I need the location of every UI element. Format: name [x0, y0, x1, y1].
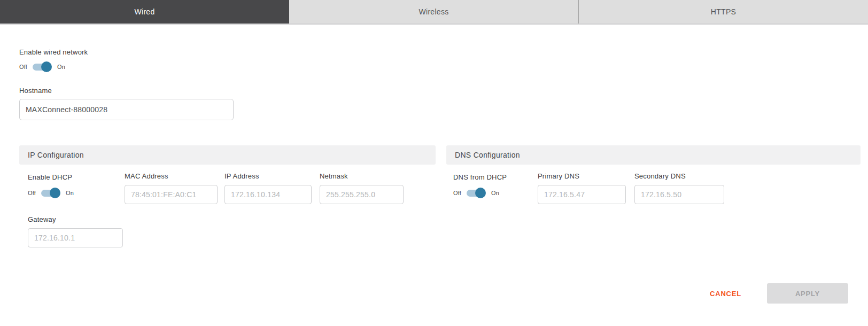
toggle-off-label: Off [453, 190, 461, 196]
mac-address-label: MAC Address [125, 172, 218, 180]
toggle-off-label: Off [19, 64, 27, 70]
toggle-on-label: On [66, 190, 74, 196]
dns-configuration-section: DNS Configuration DNS from DHCP Off On P… [446, 145, 861, 220]
tab-wired[interactable]: Wired [0, 0, 289, 24]
dns-from-dhcp-label: DNS from DHCP [453, 173, 536, 181]
gateway-input[interactable] [28, 228, 123, 247]
enable-dhcp-toggle[interactable] [41, 190, 58, 197]
mac-address-input[interactable] [125, 185, 218, 204]
tab-https[interactable]: HTTPS [578, 0, 868, 24]
primary-dns-label: Primary DNS [538, 172, 626, 180]
enable-wired-toggle-row: Off On [19, 61, 65, 72]
enable-dhcp-toggle-row: Off On [28, 188, 119, 198]
ip-address-label: IP Address [224, 172, 312, 180]
toggle-knob-icon [41, 61, 52, 72]
tab-bar: Wired Wireless HTTPS [0, 0, 868, 25]
primary-dns-group: Primary DNS [538, 172, 626, 204]
secondary-dns-input[interactable] [634, 185, 724, 204]
toggle-knob-icon [50, 188, 60, 198]
dns-from-dhcp-toggle[interactable] [467, 190, 484, 197]
ip-configuration-section: IP Configuration Enable DHCP Off On MAC … [19, 145, 436, 252]
netmask-input[interactable] [320, 185, 404, 204]
ip-address-input[interactable] [224, 185, 312, 204]
gateway-label: Gateway [28, 215, 123, 223]
primary-dns-input[interactable] [538, 185, 626, 204]
gateway-group: Gateway [28, 215, 123, 247]
dns-from-dhcp-group: DNS from DHCP Off On [453, 173, 536, 198]
dns-from-dhcp-toggle-row: Off On [453, 188, 536, 198]
dns-configuration-header: DNS Configuration [446, 145, 861, 165]
toggle-on-label: On [491, 190, 499, 196]
netmask-group: Netmask [320, 172, 404, 204]
cancel-button[interactable]: CANCEL [710, 290, 741, 298]
form-actions: CANCEL APPLY [710, 283, 848, 304]
hostname-label: Hostname [19, 87, 52, 95]
toggle-knob-icon [475, 188, 486, 198]
tab-wireless[interactable]: Wireless [289, 0, 578, 24]
ip-configuration-header: IP Configuration [19, 145, 436, 165]
netmask-label: Netmask [320, 172, 404, 180]
enable-wired-network-label: Enable wired network [19, 48, 88, 56]
enable-dhcp-label: Enable DHCP [28, 173, 119, 181]
enable-wired-toggle[interactable] [33, 64, 50, 71]
secondary-dns-group: Secondary DNS [634, 172, 724, 204]
enable-dhcp-group: Enable DHCP Off On [28, 173, 119, 198]
toggle-on-label: On [57, 64, 65, 70]
secondary-dns-label: Secondary DNS [634, 172, 724, 180]
toggle-off-label: Off [28, 190, 36, 196]
ip-address-group: IP Address [224, 172, 312, 204]
hostname-input[interactable] [19, 99, 234, 120]
apply-button[interactable]: APPLY [767, 283, 848, 304]
mac-address-group: MAC Address [125, 172, 218, 204]
